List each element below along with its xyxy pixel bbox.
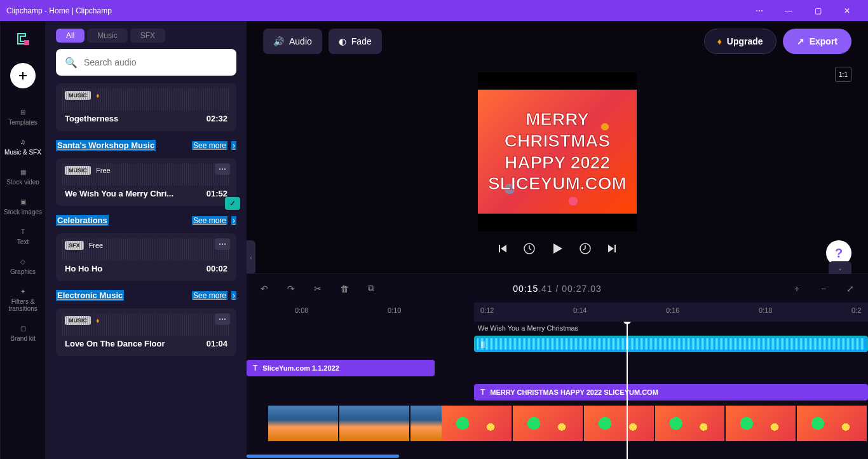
search-input[interactable] [84,57,227,67]
split-icon[interactable]: ✂ [311,284,324,294]
card-more-button[interactable]: ⋯ [215,163,230,175]
video-thumb [513,406,583,441]
timecode: 00:15.41 / 00:27.03 [513,284,602,294]
card-duration: 00:02 [207,264,227,273]
svg-rect-0 [24,40,29,45]
audio-clip[interactable]: || [474,336,868,352]
chevron-right-icon: › [231,141,236,150]
section-electronic[interactable]: Electronic Music [56,290,124,301]
added-check-icon: ✓ [225,197,240,210]
audio-button[interactable]: 🔊Audio [263,29,322,54]
text-icon: T [21,228,25,235]
expand-timeline-button[interactable]: ⌄ [829,261,851,274]
search-icon: 🔍 [65,57,78,69]
rail-templates[interactable]: ⊞Templates [0,102,46,132]
rail-music-sfx[interactable]: ♫Music & SFX [0,132,46,162]
seek-back-icon[interactable] [522,242,536,256]
card-duration: 02:32 [207,114,227,123]
audio-card-hohoho[interactable]: ⋯ SFXFree Ho Ho Ho00:02 [56,233,236,281]
tab-sfx[interactable]: SFX [130,29,165,43]
timeline-ruler[interactable]: 0:08 0:10 0:12 0:14 0:16 0:18 0:2 [247,303,868,322]
clipchamp-logo-icon[interactable] [0,24,46,54]
bag-icon: ▢ [20,325,26,332]
zoom-in-icon[interactable]: + [790,284,803,294]
chevron-right-icon: › [231,291,236,300]
ruler-tick: 0:08 [295,306,308,314]
window-close-icon[interactable]: ✕ [832,0,862,21]
chevron-right-icon: › [231,216,236,225]
see-more-celebrations[interactable]: See more› [192,216,236,225]
redo-icon[interactable]: ↷ [285,284,297,294]
fade-button[interactable]: ◐Fade [329,29,382,54]
skip-start-icon[interactable] [497,243,508,254]
audio-card-wewish[interactable]: ⋯ MUSICFree We Wish You a Merry Chri...0… [56,158,236,206]
card-more-button[interactable]: ⋯ [215,313,230,325]
card-title: We Wish You a Merry Chri... [65,189,173,198]
scroll-progress[interactable] [247,455,399,458]
section-santas-workshop[interactable]: Santa's Workshop Music [56,140,156,151]
delete-icon[interactable]: 🗑 [338,284,351,294]
see-more-santas[interactable]: See more› [192,141,236,150]
undo-icon[interactable]: ↶ [258,284,271,294]
text-clip-2[interactable]: TMERRY CHRISTMAS HAPPY 2022 SLICEYUM.COM [474,384,868,401]
video-thumb [268,406,338,441]
rail-stock-images[interactable]: ▣Stock images [0,192,46,222]
card-title: Ho Ho Ho [65,264,102,273]
rail-graphics[interactable]: ◇Graphics [0,252,46,282]
upgrade-button[interactable]: ♦Upgrade [704,29,776,54]
waveform-icon [62,313,230,336]
card-more-button[interactable]: ⋯ [215,238,230,250]
section-celebrations[interactable]: Celebrations [56,215,109,226]
fade-icon: ◐ [339,36,346,46]
window-more-icon[interactable]: ⋯ [745,0,774,21]
tab-all[interactable]: All [56,29,85,43]
templates-icon: ⊞ [20,109,25,116]
ruler-tick: 0:14 [573,306,587,314]
window-maximize-icon[interactable]: ▢ [803,0,832,21]
export-button[interactable]: ↗Export [783,29,851,54]
video-thumb [584,406,654,441]
music-icon: ♫ [20,139,25,146]
rail-stock-video[interactable]: ▦Stock video [0,162,46,192]
video-thumb [797,406,867,441]
preview-text: MERRY CHRISTMAS HAPPY 2022 SLICEYUM.COM [478,109,637,194]
audio-card-love[interactable]: ⋯ MUSIC♦ Love On The Dance Floor01:04 [56,308,236,356]
film-icon: ▦ [20,168,26,175]
card-duration: 01:04 [207,339,227,348]
speaker-icon: 🔊 [273,36,284,46]
window-minimize-icon[interactable]: — [774,0,803,21]
ruler-tick: 0:10 [388,306,401,314]
audio-clip-label: We Wish You a Merry Christmas [478,324,578,332]
timeline-tracks[interactable]: We Wish You a Merry Christmas || TSliceY… [247,322,868,459]
zoom-out-icon[interactable]: − [817,284,830,294]
aspect-ratio-button[interactable]: 1:1 [835,67,851,82]
skip-end-icon[interactable] [606,243,618,254]
fit-icon[interactable]: ⤢ [844,284,857,294]
video-preview[interactable]: MERRY CHRISTMAS HAPPY 2022 SLICEYUM.COM [478,72,637,231]
tab-music[interactable]: Music [87,29,127,43]
see-more-electronic[interactable]: See more› [192,291,236,300]
wand-icon: ✦ [20,288,25,295]
media-panel: All Music SFX 🔍 MUSIC♦ Togetherness02:32… [46,21,247,459]
text-clip-1[interactable]: TSliceYum.com 1.1.2022 [247,360,435,376]
rail-text[interactable]: TText [0,222,46,252]
video-thumb [442,406,512,441]
seek-fwd-icon[interactable] [578,242,592,256]
card-title: Togetherness [65,114,118,123]
video-thumb [726,406,796,441]
waveform-icon [62,163,230,186]
video-thumb [655,406,725,441]
shapes-icon: ◇ [20,258,25,265]
duplicate-icon[interactable]: ⧉ [365,283,377,294]
audio-card-togetherness[interactable]: MUSIC♦ Togetherness02:32 [56,83,236,131]
card-title: Love On The Dance Floor [65,339,165,348]
add-media-button[interactable] [10,63,36,88]
card-duration: 01:52 [207,189,227,198]
playhead[interactable] [627,322,628,459]
rail-brand-kit[interactable]: ▢Brand kit [0,319,46,348]
video-track[interactable] [247,406,868,441]
search-input-wrap[interactable]: 🔍 [56,49,236,76]
play-button[interactable] [550,242,564,256]
diamond-icon: ♦ [717,36,722,46]
rail-filters-transitions[interactable]: ✦Filters & transitions [0,282,46,319]
